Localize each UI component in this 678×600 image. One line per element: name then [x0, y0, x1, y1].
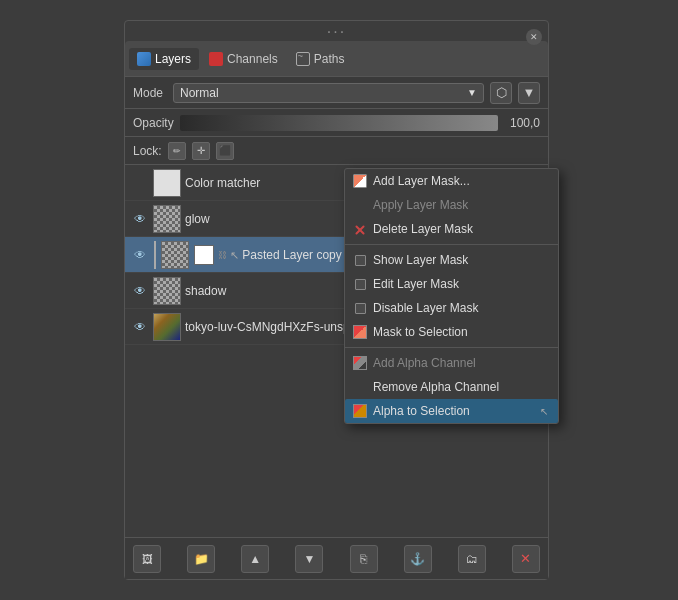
menu-item-label: Add Alpha Channel — [373, 356, 476, 370]
delete-red-icon — [355, 224, 365, 234]
delete-layer-mask-icon — [353, 222, 367, 236]
cursor-position-indicator: ↖ — [230, 249, 239, 261]
mode-value: Normal — [180, 86, 219, 100]
layer-visibility-toggle[interactable] — [131, 174, 149, 192]
alpha-to-selection-icon — [353, 404, 367, 418]
duplicate-layer-button[interactable]: ⎘ — [350, 545, 378, 573]
keep-transparency-button[interactable]: ⬡ — [490, 82, 512, 104]
lock-bar: Lock: ✏ ✛ ⬛ — [125, 137, 548, 165]
menu-separator — [345, 347, 558, 348]
layer-thumbnail — [153, 277, 181, 305]
menu-item-label: Alpha to Selection — [373, 404, 470, 418]
lock-all-button[interactable]: ⬛ — [216, 142, 234, 160]
mask-add-icon — [353, 174, 367, 188]
checkbox-icon — [355, 279, 366, 290]
opacity-bar: Opacity 100,0 — [125, 109, 548, 137]
menu-separator — [345, 244, 558, 245]
channels-icon — [209, 52, 223, 66]
layer-mask-thumbnail — [194, 245, 214, 265]
menu-item-remove-alpha-channel[interactable]: Remove Alpha Channel — [345, 375, 558, 399]
new-layer-group-button[interactable]: 🗂 — [458, 545, 486, 573]
tab-channels-label: Channels — [227, 52, 278, 66]
mode-toolbar: Mode Normal ▼ ⬡ ▼ — [125, 77, 548, 109]
alpha-icon — [353, 356, 367, 370]
menu-item-add-alpha-channel[interactable]: Add Alpha Channel — [345, 351, 558, 375]
layer-thumbnail — [153, 205, 181, 233]
menu-item-label: Show Layer Mask — [373, 253, 468, 267]
menu-item-show-layer-mask[interactable]: Show Layer Mask — [345, 248, 558, 272]
tab-layers-label: Layers — [155, 52, 191, 66]
anchor-layer-button[interactable]: ⚓ — [404, 545, 432, 573]
menu-item-add-layer-mask[interactable]: Add Layer Mask... — [345, 169, 558, 193]
panel-tabs: Layers Channels Paths — [125, 41, 548, 77]
menu-item-label: Add Layer Mask... — [373, 174, 470, 188]
tab-paths[interactable]: Paths — [288, 48, 353, 70]
menu-item-alpha-to-selection[interactable]: Alpha to Selection ↖ — [345, 399, 558, 423]
layer-active-indicator — [154, 241, 156, 269]
move-layer-down-button[interactable]: ▼ — [295, 545, 323, 573]
layer-thumbnail — [153, 313, 181, 341]
layer-visibility-toggle[interactable]: 👁 — [131, 246, 149, 264]
new-layer-button[interactable]: 📁 — [187, 545, 215, 573]
menu-item-label: Disable Layer Mask — [373, 301, 478, 315]
menu-item-label: Apply Layer Mask — [373, 198, 468, 212]
layer-visibility-toggle[interactable]: 👁 — [131, 210, 149, 228]
add-alpha-channel-icon — [353, 356, 367, 370]
menu-item-label: Delete Layer Mask — [373, 222, 473, 236]
context-menu: Add Layer Mask... Apply Layer Mask Delet… — [344, 168, 559, 424]
edit-layer-mask-icon — [353, 277, 367, 291]
bottom-toolbar: 🖼 📁 ▲ ▼ ⎘ ⚓ 🗂 ✕ — [125, 537, 548, 579]
menu-item-label: Mask to Selection — [373, 325, 468, 339]
menu-item-label: Remove Alpha Channel — [373, 380, 499, 394]
mode-label: Mode — [133, 86, 163, 100]
panel-drag-handle: ··· — [125, 21, 548, 41]
tab-paths-label: Paths — [314, 52, 345, 66]
panel-close-button[interactable]: ✕ — [526, 29, 542, 45]
layer-thumbnail — [153, 169, 181, 197]
tab-layers[interactable]: Layers — [129, 48, 199, 70]
menu-item-disable-layer-mask[interactable]: Disable Layer Mask — [345, 296, 558, 320]
add-layer-mask-icon — [353, 174, 367, 188]
opacity-label: Opacity — [133, 116, 174, 130]
layer-visibility-toggle[interactable]: 👁 — [131, 282, 149, 300]
new-layer-from-visible-button[interactable]: 🖼 — [133, 545, 161, 573]
lock-label: Lock: — [133, 144, 162, 158]
menu-item-mask-to-selection[interactable]: Mask to Selection — [345, 320, 558, 344]
menu-item-delete-layer-mask[interactable]: Delete Layer Mask — [345, 217, 558, 241]
disable-layer-mask-icon — [353, 301, 367, 315]
layer-options-button[interactable]: ▼ — [518, 82, 540, 104]
menu-item-edit-layer-mask[interactable]: Edit Layer Mask — [345, 272, 558, 296]
alpha-sel-icon — [353, 404, 367, 418]
paths-icon — [296, 52, 310, 66]
layer-thumbnail — [161, 241, 189, 269]
checkbox-icon — [355, 303, 366, 314]
lock-position-button[interactable]: ✛ — [192, 142, 210, 160]
layers-icon — [137, 52, 151, 66]
layer-visibility-toggle[interactable]: 👁 — [131, 318, 149, 336]
delete-layer-button[interactable]: ✕ — [512, 545, 540, 573]
mask-to-selection-icon — [353, 325, 367, 339]
opacity-slider[interactable] — [180, 115, 498, 131]
mask-sel-icon — [353, 325, 367, 339]
mode-select[interactable]: Normal ▼ — [173, 83, 484, 103]
move-layer-up-button[interactable]: ▲ — [241, 545, 269, 573]
opacity-value: 100,0 — [504, 116, 540, 130]
mode-chevron-icon: ▼ — [467, 87, 477, 98]
menu-item-apply-layer-mask[interactable]: Apply Layer Mask — [345, 193, 558, 217]
menu-item-label: Edit Layer Mask — [373, 277, 459, 291]
tab-channels[interactable]: Channels — [201, 48, 286, 70]
show-layer-mask-icon — [353, 253, 367, 267]
checkbox-icon — [355, 255, 366, 266]
lock-pixels-button[interactable]: ✏ — [168, 142, 186, 160]
cursor-indicator: ↖ — [540, 406, 548, 417]
chain-icon: ⛓ — [218, 250, 226, 260]
